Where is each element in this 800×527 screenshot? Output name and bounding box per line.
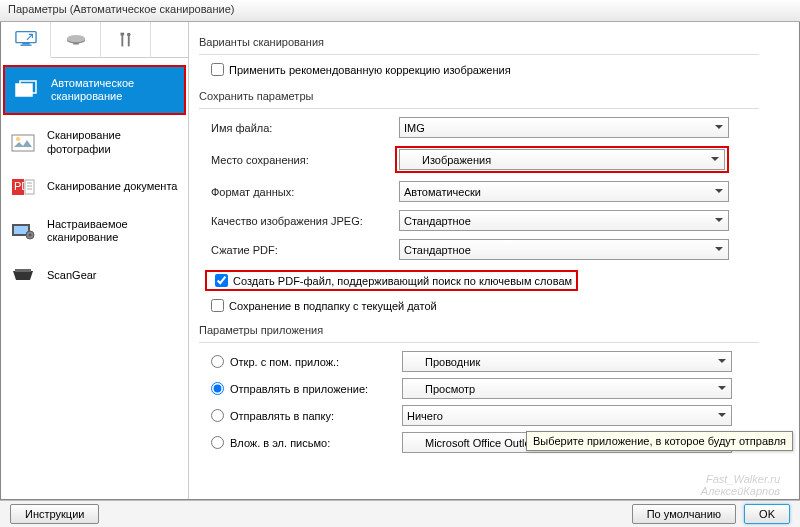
send-email-label: Влож. в эл. письмо: <box>230 437 330 449</box>
svg-rect-21 <box>14 226 28 234</box>
content-panel: Варианты сканирования Применить рекоменд… <box>189 22 799 499</box>
send-app-label: Отправлять в приложение: <box>230 383 368 395</box>
jpeg-quality-label: Качество изображения JPEG: <box>199 215 399 227</box>
svg-rect-6 <box>121 33 123 46</box>
open-with-select[interactable]: Проводник <box>402 351 732 372</box>
scanner-icon <box>65 31 87 49</box>
sidebar-item-scangear[interactable]: ScanGear <box>1 254 188 296</box>
group-save-params: Сохранить параметры <box>199 90 799 102</box>
window-titlebar: Параметры (Автоматическое сканирование) <box>0 0 800 22</box>
footer: Инструкции По умолчанию OK <box>0 500 800 527</box>
filename-label: Имя файла: <box>199 122 399 134</box>
top-tabs <box>1 22 188 58</box>
send-folder-select[interactable]: Ничего <box>402 405 732 426</box>
document-pdf-icon: PDF <box>9 176 37 198</box>
monitor-icon <box>15 30 37 48</box>
location-label: Место сохранения: <box>199 154 399 166</box>
format-select[interactable]: Автоматически <box>399 181 729 202</box>
scangear-icon <box>9 264 37 286</box>
group-scan-options: Варианты сканирования <box>199 36 799 48</box>
pdf-searchable-label: Создать PDF-файл, поддерживающий поиск п… <box>233 275 572 287</box>
open-with-label: Откр. с пом. прилож.: <box>230 356 339 368</box>
svg-point-13 <box>16 137 20 141</box>
tab-scan-from-computer[interactable] <box>1 22 51 58</box>
svg-rect-2 <box>20 45 31 46</box>
sidebar: Автоматическое сканирование Сканирование… <box>1 22 189 499</box>
svg-rect-16 <box>25 180 34 194</box>
photo-icon <box>9 132 37 154</box>
auto-scan-icon <box>13 79 41 101</box>
defaults-button[interactable]: По умолчанию <box>632 504 736 524</box>
format-label: Формат данных: <box>199 186 399 198</box>
sidebar-label: ScanGear <box>47 269 97 282</box>
tooltip: Выберите приложение, в которое будут отп… <box>526 431 793 451</box>
send-app-radio[interactable] <box>211 382 224 395</box>
svg-point-9 <box>126 32 130 36</box>
pdf-compression-select[interactable]: Стандартное <box>399 239 729 260</box>
send-app-select[interactable]: Просмотр <box>402 378 732 399</box>
sidebar-item-custom-scan[interactable]: Настраиваемое сканирование <box>1 208 188 254</box>
sidebar-label: Автоматическое сканирование <box>51 77 176 103</box>
pdf-compression-label: Сжатие PDF: <box>199 244 399 256</box>
sidebar-label: Сканирование фотографии <box>47 129 180 155</box>
apply-correction-label: Применить рекомендованную коррекцию изоб… <box>229 64 511 76</box>
svg-point-23 <box>29 233 32 236</box>
sidebar-label: Сканирование документа <box>47 180 177 193</box>
svg-rect-1 <box>22 43 29 45</box>
custom-icon <box>9 220 37 242</box>
sidebar-item-photo-scan[interactable]: Сканирование фотографии <box>1 119 188 165</box>
tools-icon <box>115 31 137 49</box>
ok-button[interactable]: OK <box>744 504 790 524</box>
save-subfolder-checkbox[interactable] <box>211 299 224 312</box>
group-app-params: Параметры приложения <box>199 324 799 336</box>
svg-rect-12 <box>12 135 34 151</box>
sidebar-label: Настраиваемое сканирование <box>47 218 180 244</box>
window-title: Параметры (Автоматическое сканирование) <box>8 3 235 15</box>
svg-rect-0 <box>15 32 35 43</box>
filename-select[interactable]: IMG <box>399 117 729 138</box>
jpeg-quality-select[interactable]: Стандартное <box>399 210 729 231</box>
sidebar-item-doc-scan[interactable]: PDF Сканирование документа <box>1 166 188 208</box>
location-select[interactable]: Изображения <box>399 149 725 170</box>
save-subfolder-label: Сохранение в подпапку с текущей датой <box>229 300 437 312</box>
svg-rect-7 <box>120 32 124 35</box>
sidebar-item-auto-scan[interactable]: Автоматическое сканирование <box>5 67 184 113</box>
instructions-button[interactable]: Инструкции <box>10 504 99 524</box>
svg-rect-24 <box>15 269 31 272</box>
open-with-radio[interactable] <box>211 355 224 368</box>
svg-point-4 <box>66 34 84 41</box>
send-folder-label: Отправлять в папку: <box>230 410 334 422</box>
apply-correction-checkbox[interactable] <box>211 63 224 76</box>
send-email-radio[interactable] <box>211 436 224 449</box>
svg-rect-10 <box>16 84 32 96</box>
tab-tools[interactable] <box>101 22 151 58</box>
svg-rect-5 <box>73 42 79 44</box>
send-folder-radio[interactable] <box>211 409 224 422</box>
tab-scanner[interactable] <box>51 22 101 58</box>
pdf-searchable-checkbox[interactable] <box>215 274 228 287</box>
